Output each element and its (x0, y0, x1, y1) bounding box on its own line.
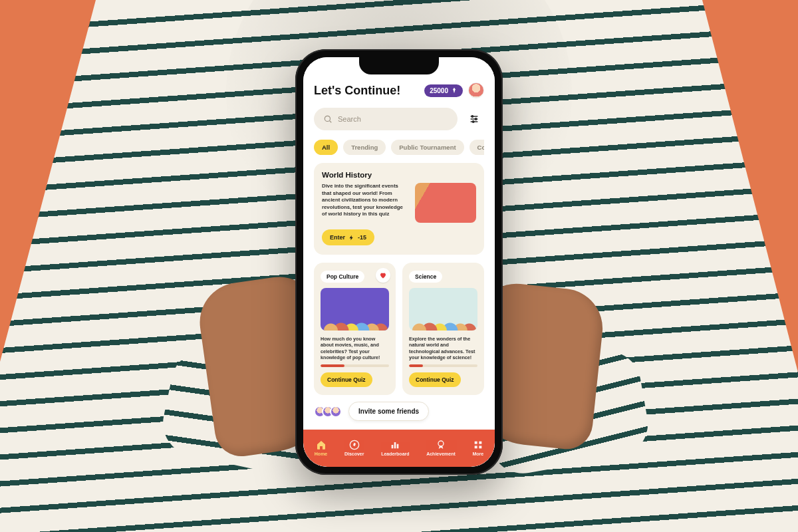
svg-rect-9 (392, 445, 394, 448)
search-icon (323, 114, 332, 124)
search-row: Search (314, 108, 484, 130)
diamond-icon (451, 87, 458, 94)
svg-line-1 (330, 121, 332, 123)
sliders-icon (469, 114, 479, 124)
bars-icon (390, 440, 400, 450)
nav-home[interactable]: Home (315, 440, 327, 456)
mockup-scene: Let's Continue! 25000 Search (0, 0, 798, 532)
svg-rect-11 (397, 444, 399, 448)
points-value: 25000 (430, 87, 448, 94)
progress-fill (321, 364, 344, 367)
quiz-illustration (321, 288, 389, 331)
continue-button[interactable]: Continue Quiz (409, 372, 461, 387)
header-right: 25000 (424, 82, 484, 98)
points-pill[interactable]: 25000 (424, 84, 463, 97)
quiz-card-row: Pop Culture How much do you know about m… (314, 263, 484, 395)
invite-row: Invite some friends (314, 402, 484, 421)
svg-rect-14 (479, 441, 481, 444)
avatar (330, 406, 342, 418)
search-input[interactable]: Search (314, 108, 458, 130)
nav-label: More (472, 452, 483, 456)
progress-fill (409, 364, 423, 367)
filter-button[interactable] (464, 109, 484, 129)
quiz-description: How much do you know about movies, music… (321, 336, 389, 360)
nav-discover[interactable]: Discover (344, 440, 364, 456)
invite-avatars (314, 406, 342, 418)
chip-trending[interactable]: Trending (343, 140, 386, 155)
quiz-tag: Pop Culture (321, 271, 364, 283)
svg-rect-13 (474, 441, 477, 444)
medal-icon (436, 440, 446, 450)
svg-point-5 (471, 116, 473, 118)
enter-cost: -15 (358, 234, 366, 241)
svg-point-12 (438, 441, 444, 446)
chip-public-tournament[interactable]: Public Tournament (391, 140, 464, 155)
nav-label: Home (315, 452, 327, 456)
chip-competitions[interactable]: Compe (469, 140, 484, 155)
phone-frame: Let's Continue! 25000 Search (295, 49, 503, 475)
bolt-icon (348, 235, 354, 241)
nav-label: Achievement (426, 452, 456, 456)
grid-icon (473, 440, 483, 450)
world-map-thumbnail (415, 183, 476, 223)
quiz-card-pop-culture[interactable]: Pop Culture How much do you know about m… (314, 263, 396, 395)
quiz-description: Explore the wonders of the natural world… (409, 336, 477, 360)
invite-friends-button[interactable]: Invite some friends (348, 402, 429, 421)
phone-screen: Let's Continue! 25000 Search (303, 57, 495, 467)
chip-all[interactable]: All (314, 140, 338, 155)
svg-rect-10 (394, 442, 396, 448)
continue-button[interactable]: Continue Quiz (321, 372, 372, 387)
nav-label: Leaderboard (381, 452, 409, 456)
nav-more[interactable]: More (472, 440, 483, 456)
enter-button[interactable]: Enter -15 (322, 229, 374, 245)
enter-label: Enter (330, 234, 345, 241)
nav-achievement[interactable]: Achievement (426, 440, 456, 456)
heart-icon (379, 271, 387, 279)
category-chips: All Trending Public Tournament Compe (314, 140, 484, 155)
quiz-card-science[interactable]: Science Explore the wonders of the natur… (402, 263, 484, 395)
hero-description: Dive into the significant events that sh… (322, 183, 408, 223)
hero-title: World History (322, 171, 476, 179)
nav-leaderboard[interactable]: Leaderboard (381, 440, 409, 456)
svg-point-7 (472, 121, 474, 123)
bottom-nav: Home Discover Leaderboard Achievement Mo… (303, 430, 495, 467)
quiz-illustration (409, 288, 477, 331)
svg-rect-15 (474, 446, 477, 448)
phone-notch (359, 57, 439, 74)
progress-bar (409, 364, 477, 367)
svg-rect-16 (479, 446, 481, 448)
avatar[interactable] (468, 82, 484, 98)
favorite-button[interactable] (376, 268, 390, 283)
quiz-tag: Science (409, 271, 442, 283)
home-icon (316, 440, 327, 450)
search-placeholder: Search (338, 115, 361, 123)
compass-icon (349, 440, 360, 450)
nav-label: Discover (344, 452, 364, 456)
progress-bar (321, 364, 389, 367)
hero-card[interactable]: World History Dive into the significant … (314, 163, 484, 255)
hero-row: Dive into the significant events that sh… (322, 183, 476, 223)
svg-point-6 (475, 118, 477, 120)
app-header: Let's Continue! 25000 (314, 82, 484, 98)
svg-point-0 (325, 116, 330, 121)
page-title: Let's Continue! (314, 84, 400, 98)
app-body: Let's Continue! 25000 Search (303, 57, 495, 467)
